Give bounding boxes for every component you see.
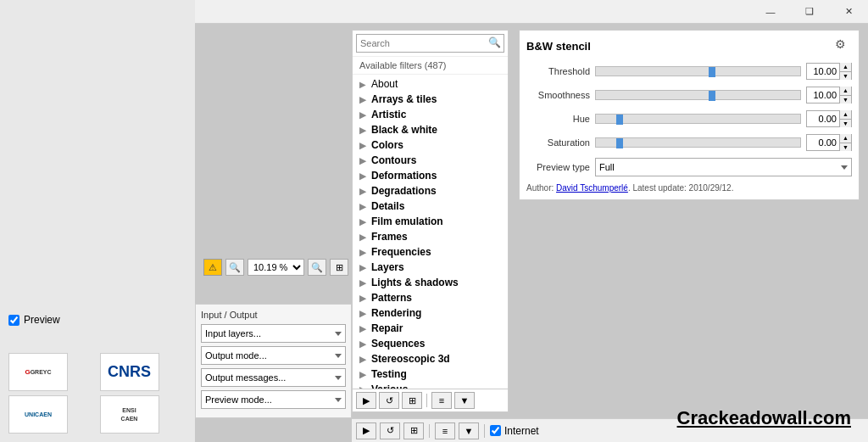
filter-item[interactable]: ▶Sequences	[353, 336, 508, 351]
arrow-icon: ▶	[359, 95, 366, 104]
minimize-button[interactable]: —	[751, 0, 790, 24]
filter-item[interactable]: ▶Layers	[353, 260, 508, 275]
internet-checkbox[interactable]	[490, 425, 501, 436]
bottom-divider	[429, 424, 430, 438]
slider-thumb-0	[709, 67, 715, 77]
slider-label-2: Hue	[526, 114, 590, 124]
arrow-icon: ▶	[359, 309, 366, 318]
slider-row-saturation: Saturation 0.00 ▲ ▼	[526, 134, 852, 151]
filter-item[interactable]: ▶Arrays & tiles	[353, 92, 508, 107]
filter-item[interactable]: ▶Stereoscopic 3d	[353, 351, 508, 366]
filter-expand-button[interactable]: ≡	[431, 392, 452, 409]
spin-up-1[interactable]: ▲	[840, 87, 851, 96]
io-panel: Input / Output Input layers... Output mo…	[195, 304, 352, 418]
spin-up-3[interactable]: ▲	[840, 134, 851, 143]
arrow-icon: ▶	[359, 110, 366, 120]
zoom-fit-icon[interactable]: ⊞	[330, 259, 348, 276]
filter-apply-button[interactable]: ▶	[356, 392, 376, 409]
arrow-icon: ▶	[359, 370, 366, 379]
author-link[interactable]: David Tschumperlé	[556, 183, 628, 193]
search-icon: 🔍	[488, 36, 501, 48]
filter-item[interactable]: ▶Degradations	[353, 183, 508, 199]
slider-thumb-3	[616, 138, 623, 148]
sidebar-logos: Preview G GREYC CNRS UNICAEN ENSICAEN	[0, 0, 195, 442]
filter-item[interactable]: ▶Contours	[353, 153, 508, 168]
zoom-reset-icon[interactable]: 🔍	[308, 259, 326, 276]
preview-checkbox-row[interactable]: Preview	[8, 314, 60, 326]
spin-arrows-1: ▲ ▼	[839, 87, 851, 104]
maximize-button[interactable]: ❑	[790, 0, 829, 24]
spin-up-0[interactable]: ▲	[840, 63, 851, 72]
output-messages-select[interactable]: Output messages...	[201, 368, 346, 387]
search-input[interactable]	[356, 34, 504, 53]
filter-header: Available filters (487)	[353, 57, 508, 75]
filter-item[interactable]: ▶About	[353, 76, 508, 92]
filter-collapse-button[interactable]: ▼	[454, 392, 475, 409]
bw-panel-title: B&W stencil	[526, 40, 591, 53]
zoom-select[interactable]: 10.19 %	[248, 259, 304, 276]
spin-box-2: 0.00 ▲ ▼	[806, 110, 852, 127]
bw-panel-header: B&W stencil ⚙	[526, 37, 852, 54]
output-mode-select[interactable]: Output mode...	[201, 346, 346, 365]
slider-label-3: Saturation	[526, 137, 590, 148]
logo-cnrs: CNRS	[100, 353, 159, 391]
spin-value-0: 10.00	[807, 64, 839, 78]
bottom-reset-button[interactable]: ↺	[380, 422, 400, 439]
slider-thumb-1	[709, 91, 715, 101]
preview-label: Preview	[24, 314, 60, 326]
preview-mode-select[interactable]: Preview mode...	[201, 390, 346, 409]
arrow-icon: ▶	[359, 217, 366, 227]
filter-item[interactable]: ▶Details	[353, 199, 508, 214]
io-panel-title: Input / Output	[201, 310, 346, 320]
spin-down-3[interactable]: ▼	[840, 143, 851, 152]
filter-item[interactable]: ▶Various	[353, 382, 508, 389]
author-text: Author: David Tschumperlé. Latest update…	[526, 183, 852, 193]
slider-track-0[interactable]	[595, 66, 801, 76]
filter-item[interactable]: ▶Deformations	[353, 168, 508, 183]
bottom-copy-button[interactable]: ⊞	[403, 422, 424, 439]
slider-track-1[interactable]	[595, 90, 801, 100]
sliders-container: Threshold 10.00 ▲ ▼ Smoothness 10.00 ▲	[526, 63, 852, 151]
spin-down-0[interactable]: ▼	[840, 72, 851, 81]
spin-down-2[interactable]: ▼	[840, 120, 851, 128]
filter-item[interactable]: ▶Testing	[353, 366, 508, 382]
filter-item[interactable]: ▶Colors	[353, 137, 508, 153]
filter-item[interactable]: ▶Frames	[353, 229, 508, 244]
arrow-icon: ▶	[359, 171, 366, 181]
slider-track-2[interactable]	[595, 114, 801, 124]
bottom-expand-button[interactable]: ≡	[435, 422, 455, 439]
filter-item[interactable]: ▶Rendering	[353, 305, 508, 321]
warning-icon[interactable]: ⚠	[203, 259, 222, 276]
preview-type-select[interactable]: Full Forward horizontal Forward vertical…	[595, 158, 852, 176]
bottom-collapse-button[interactable]: ▼	[459, 422, 479, 439]
arrow-icon: ▶	[359, 248, 366, 257]
arrow-icon: ▶	[359, 339, 366, 349]
slider-label-0: Threshold	[526, 66, 590, 76]
filter-item[interactable]: ▶Frequencies	[353, 244, 508, 260]
arrow-icon: ▶	[359, 324, 366, 333]
arrow-icon: ▶	[359, 263, 366, 272]
slider-track-3[interactable]	[595, 137, 801, 148]
slider-label-1: Smoothness	[526, 90, 590, 100]
filter-copy-button[interactable]: ⊞	[402, 392, 422, 409]
zoom-in-icon[interactable]: 🔍	[225, 259, 244, 276]
filter-reset-button[interactable]: ↺	[379, 392, 399, 409]
bottom-apply-button[interactable]: ▶	[356, 422, 376, 439]
spin-value-1: 10.00	[807, 88, 839, 102]
zoom-strip: ⚠ 🔍 10.19 % 🔍 ⊞	[203, 256, 348, 278]
spin-down-1[interactable]: ▼	[840, 96, 851, 104]
filter-item[interactable]: ▶Artistic	[353, 107, 508, 122]
filter-item[interactable]: ▶Film emulation	[353, 214, 508, 229]
divider	[426, 394, 427, 407]
filter-item[interactable]: ▶Patterns	[353, 290, 508, 305]
filter-item[interactable]: ▶Lights & shadows	[353, 275, 508, 290]
preview-checkbox[interactable]	[8, 315, 19, 326]
input-layers-select[interactable]: Input layers...	[201, 324, 346, 343]
filter-item[interactable]: ▶Repair	[353, 321, 508, 336]
spin-box-0: 10.00 ▲ ▼	[806, 63, 852, 80]
spin-up-2[interactable]: ▲	[840, 110, 851, 120]
settings-icon[interactable]: ⚙	[835, 37, 852, 54]
filter-item[interactable]: ▶Black & white	[353, 122, 508, 137]
internet-bar: Internet	[490, 425, 539, 437]
close-button[interactable]: ✕	[829, 0, 868, 24]
